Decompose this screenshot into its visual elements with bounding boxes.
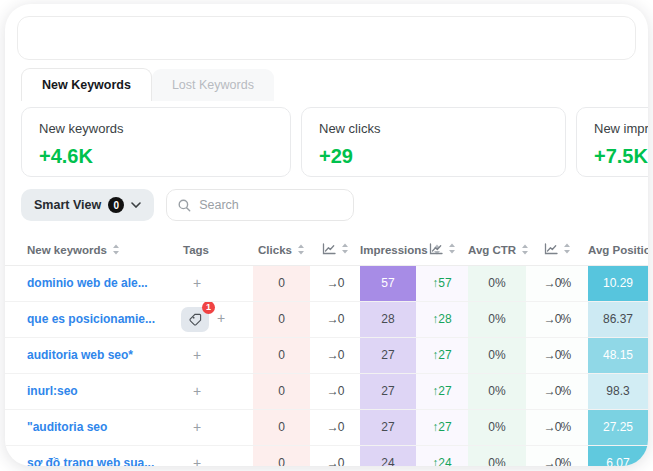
col-header-clicks[interactable]: Clicks: [253, 235, 310, 265]
clicks-cell: 0: [253, 301, 310, 337]
smart-view-label: Smart View: [34, 198, 101, 212]
impressions-trend-cell: ↑24: [416, 445, 468, 466]
add-tag-button[interactable]: +: [193, 419, 201, 435]
sort-icon[interactable]: [112, 244, 120, 255]
add-tag-button[interactable]: +: [193, 275, 201, 291]
chevron-down-icon: [131, 202, 141, 208]
tags-cell[interactable]: 1+: [161, 301, 253, 337]
avg-position-cell: 6.07: [588, 445, 648, 466]
impressions-cell: 28: [360, 301, 416, 337]
clicks-cell: 0: [253, 265, 310, 301]
keyword-link[interactable]: sơ đồ trang web sua...: [5, 445, 161, 466]
ctr-trend-cell: →0%: [526, 301, 588, 337]
keyword-link[interactable]: "auditoria seo: [5, 409, 161, 445]
clicks-trend-cell: →0: [310, 301, 360, 337]
col-header-avg-ctr[interactable]: Avg CTR: [468, 235, 526, 265]
impressions-cell: 27: [360, 409, 416, 445]
line-chart-icon: [544, 243, 558, 255]
sort-icon[interactable]: [341, 243, 349, 254]
line-chart-icon: [322, 243, 336, 255]
tags-cell[interactable]: +: [161, 445, 253, 466]
impressions-cell: 24: [360, 445, 416, 466]
clicks-cell: 0: [253, 445, 310, 466]
add-tag-button[interactable]: +: [193, 347, 201, 363]
tags-cell[interactable]: +: [161, 409, 253, 445]
tab-lost-keywords[interactable]: Lost Keywords: [152, 69, 274, 101]
sort-icon[interactable]: [521, 244, 529, 255]
avg-ctr-cell: 0%: [468, 409, 526, 445]
impressions-trend-cell: ↑27: [416, 409, 468, 445]
table-row: que es posicionamie...1+0→028↑280%→0%86.…: [5, 301, 648, 337]
clicks-trend-cell: →0: [310, 265, 360, 301]
keyword-link[interactable]: que es posicionamie...: [5, 301, 161, 337]
table-row: sơ đồ trang web sua...+0→024↑240%→0%6.07: [5, 445, 648, 466]
impressions-trend-cell: ↑27: [416, 337, 468, 373]
impressions-cell: 27: [360, 337, 416, 373]
ctr-trend-cell: →0%: [526, 265, 588, 301]
keyword-link[interactable]: dominio web de ale...: [5, 265, 161, 301]
col-header-avg-position[interactable]: Avg Position: [588, 235, 648, 265]
impressions-trend-cell: ↑57: [416, 265, 468, 301]
line-chart-icon: [429, 243, 443, 255]
tags-cell[interactable]: +: [161, 373, 253, 409]
stat-value: +29: [319, 145, 548, 168]
avg-ctr-cell: 0%: [468, 301, 526, 337]
impressions-cell: 57: [360, 265, 416, 301]
sort-icon[interactable]: [297, 244, 305, 255]
clicks-trend-cell: →0: [310, 373, 360, 409]
keywords-widget: New Keywords Lost Keywords New keywords …: [5, 4, 648, 466]
tag-icon: [189, 313, 202, 326]
stat-card-new-impressions: New impressions +7.5K: [576, 107, 648, 177]
impressions-cell: 27: [360, 373, 416, 409]
avg-ctr-cell: 0%: [468, 337, 526, 373]
col-header-tags[interactable]: Tags: [161, 235, 253, 265]
avg-position-cell: 10.29: [588, 265, 648, 301]
stat-label: New clicks: [319, 121, 548, 136]
tab-bar: New Keywords Lost Keywords: [21, 68, 648, 101]
ctr-trend-cell: →0%: [526, 337, 588, 373]
ctr-trend-cell: →0%: [526, 373, 588, 409]
sort-icon[interactable]: [563, 243, 571, 254]
smart-view-count-badge: 0: [108, 197, 124, 213]
add-tag-button[interactable]: +: [193, 383, 201, 399]
table-controls: Smart View 0: [21, 189, 648, 221]
add-tag-button[interactable]: +: [193, 455, 201, 466]
tags-cell[interactable]: +: [161, 337, 253, 373]
keywords-table: New keywords Tags Clicks Impressions: [5, 235, 648, 466]
stat-card-new-clicks: New clicks +29: [301, 107, 566, 177]
add-tag-button[interactable]: +: [217, 310, 225, 326]
col-header-new-keywords[interactable]: New keywords: [5, 235, 161, 265]
clicks-trend-cell: →0: [310, 337, 360, 373]
avg-position-cell: 86.37: [588, 301, 648, 337]
tag-count-badge: 1: [202, 301, 215, 314]
avg-position-cell: 27.25: [588, 409, 648, 445]
avg-position-cell: 98.3: [588, 373, 648, 409]
filter-bar[interactable]: [17, 16, 636, 60]
table-header-row: New keywords Tags Clicks Impressions: [5, 235, 648, 265]
col-header-clicks-trend[interactable]: [310, 235, 360, 265]
table-row: dominio web de ale...+0→057↑570%→0%10.29: [5, 265, 648, 301]
table-row: "auditoria seo+0→027↑270%→0%27.25: [5, 409, 648, 445]
ctr-trend-cell: →0%: [526, 409, 588, 445]
tags-cell[interactable]: +: [161, 265, 253, 301]
search-input[interactable]: [199, 198, 342, 212]
table-row: auditoria web seo*+0→027↑270%→0%48.15: [5, 337, 648, 373]
col-header-ctr-trend[interactable]: [526, 235, 588, 265]
stat-label: New keywords: [39, 121, 273, 136]
sort-icon[interactable]: [448, 243, 456, 254]
search-icon: [178, 199, 191, 212]
clicks-cell: 0: [253, 337, 310, 373]
tab-new-keywords[interactable]: New Keywords: [21, 68, 152, 101]
keyword-link[interactable]: auditoria web seo*: [5, 337, 161, 373]
keyword-link[interactable]: inurl:seo: [5, 373, 161, 409]
table-row: inurl:seo+0→027↑270%→0%98.3: [5, 373, 648, 409]
tag-chip[interactable]: 1: [181, 307, 209, 332]
clicks-trend-cell: →0: [310, 409, 360, 445]
smart-view-dropdown[interactable]: Smart View 0: [21, 189, 154, 221]
avg-ctr-cell: 0%: [468, 373, 526, 409]
search-box[interactable]: [166, 189, 354, 221]
ctr-trend-cell: →0%: [526, 445, 588, 466]
clicks-trend-cell: →0: [310, 445, 360, 466]
stat-card-new-keywords: New keywords +4.6K: [21, 107, 291, 177]
col-header-impressions[interactable]: Impressions: [360, 235, 416, 265]
